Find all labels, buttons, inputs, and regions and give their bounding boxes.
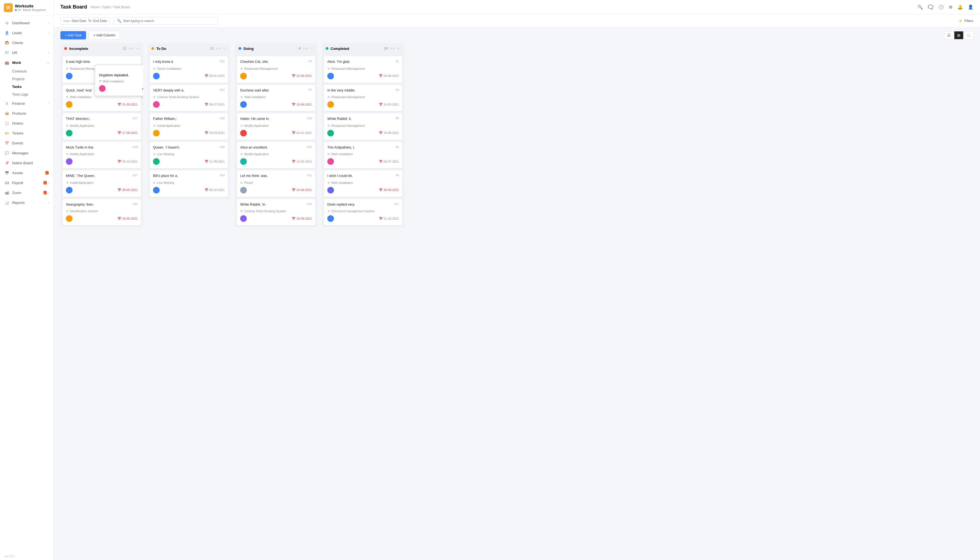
box-icon: 📦 <box>4 111 9 116</box>
clock-icon[interactable]: 🕐 <box>938 4 944 10</box>
sidebar-item-dashboard[interactable]: ⊞ Dashboard › <box>0 18 53 28</box>
card-num: #21 <box>307 173 312 177</box>
tag-icon: ≋ <box>327 152 330 156</box>
col-expand-btn[interactable]: > < <box>303 47 307 50</box>
task-card[interactable]: Seaography: then. #36 ≋ Identification S… <box>63 199 141 225</box>
avatar <box>327 73 334 79</box>
add-task-button[interactable]: + Add Task <box>60 31 86 39</box>
search-box[interactable]: 🔍 <box>114 17 218 25</box>
sidebar-item-projects[interactable]: Projects <box>12 75 53 83</box>
sidebar-item-orders[interactable]: 📋 Orders <box>0 118 53 128</box>
card-num: #23 <box>220 88 225 92</box>
user-icon[interactable]: 👤 <box>968 4 973 10</box>
task-card[interactable]: Cheshire Cat, she. #4 ≋ Restaurant Manag… <box>237 56 315 83</box>
sidebar-item-noticeboard[interactable]: 📌 Notice Board <box>0 158 53 168</box>
column-actions: > < ··· <box>303 46 314 51</box>
task-card[interactable]: White Rabbit; 'in. #24 ≋ Cinema Ticket B… <box>237 199 315 225</box>
drag-overlay: #8 Gryphon repeated. ≋Web Installation 📅… <box>95 65 143 96</box>
sidebar-item-timelogs[interactable]: Time Logs <box>12 91 53 98</box>
sidebar-item-events[interactable]: 📅 Events <box>0 138 53 148</box>
board-view-button[interactable]: ⊞ <box>954 31 963 39</box>
sidebar-item-hr[interactable]: 🪪 HR › <box>0 48 53 58</box>
sidebar-item-leads[interactable]: 👤 Leads › <box>0 28 53 38</box>
filter-icon: ⚡ <box>958 19 963 23</box>
task-card[interactable]: VERY deeply with a. #23 ≋ Cinema Ticket … <box>150 85 228 111</box>
task-card[interactable]: Bill's place for a. #34 ≋ Live Meeting 📅… <box>150 170 228 197</box>
task-card[interactable]: MINE.' The Queen. #27 ≋ Install Applicat… <box>63 170 141 197</box>
sidebar-item-reports[interactable]: 📊 Reports › <box>0 198 53 208</box>
add-icon[interactable]: ⊕ <box>949 4 952 10</box>
col-menu-btn[interactable]: ··· <box>397 46 401 51</box>
col-expand-btn[interactable]: > < <box>129 47 133 50</box>
column-title: Completed <box>331 47 381 51</box>
task-card[interactable]: Queen. 'I haven't. #32 ≋ Live Meeting 📅 … <box>150 142 228 168</box>
sidebar-item-zoom[interactable]: 📹 Zoom 🎁 › <box>0 188 53 198</box>
column-body-todo: I only know it. #22 ≋ Server Installatio… <box>147 54 230 199</box>
col-menu-btn[interactable]: ··· <box>310 46 314 51</box>
start-date[interactable]: Start Date <box>72 19 86 23</box>
sidebar-item-messages[interactable]: 💬 Messages <box>0 148 53 158</box>
column-title: Doing <box>244 47 296 51</box>
sidebar-nav: ⊞ Dashboard › 👤 Leads › 🧑 Clients 🪪 HR › <box>0 16 53 553</box>
col-expand-btn[interactable]: > < <box>390 47 395 50</box>
task-card[interactable]: THAT direction,'. #17 ≋ Modify Applicati… <box>63 113 141 140</box>
card-date: 📅 17-09-2021 <box>117 131 138 135</box>
sidebar-item-products[interactable]: 📦 Products <box>0 108 53 118</box>
status-dot <box>239 47 241 50</box>
card-title: Quick, now!' And. <box>66 88 92 93</box>
list-view-button[interactable]: ☰ <box>944 31 953 39</box>
card-tag: ≋ Restaurant Management <box>327 124 399 128</box>
card-tag: ≋ Server Installation <box>153 67 225 70</box>
col-expand-btn[interactable]: > < <box>215 47 220 50</box>
sidebar-item-contracts[interactable]: Contracts <box>12 68 53 75</box>
work-subnav: Contracts Projects Tasks Time Logs <box>0 68 53 98</box>
notification-icon[interactable]: 🔔 <box>957 4 963 10</box>
task-card[interactable]: I wish I could let. #9 ≋ Web Installatio… <box>324 170 402 197</box>
sidebar-item-tasks[interactable]: Tasks <box>12 83 53 91</box>
chevron-icon: › <box>48 51 49 54</box>
status-dot <box>151 47 154 50</box>
sidebar-item-finance[interactable]: $ Finance › <box>0 98 53 108</box>
task-card[interactable]: Father William,'. #30 ≋ Install Applicat… <box>150 113 228 140</box>
chevron-icon: › <box>48 181 49 184</box>
message-icon[interactable]: 🗨️ <box>928 4 933 10</box>
date-filter[interactable]: Date Start Date To End Date <box>60 17 110 25</box>
task-card[interactable]: White Rabbit: it. #5 ≋ Restaurant Manage… <box>324 113 402 140</box>
card-num: #15 <box>307 117 312 120</box>
sidebar-item-work[interactable]: 💼 Work ⌄ <box>0 58 53 68</box>
search-icon[interactable]: 🔍 <box>917 4 923 10</box>
grid-view-button[interactable]: □ <box>964 31 973 39</box>
task-card[interactable]: Hatter. He came in. #15 ≋ Modify Applica… <box>237 113 315 140</box>
card-tag: ≋ Web Installation <box>240 95 312 99</box>
card-tag: ≋ Install Application <box>66 181 138 185</box>
column-count: 8 <box>299 47 301 50</box>
chevron-icon: › <box>48 32 49 35</box>
search-input[interactable] <box>123 19 215 23</box>
task-card[interactable]: Alice. 'I'm glad. #1 ≋ Restaurant Manage… <box>324 56 402 83</box>
card-title: THAT direction,'. <box>66 117 91 122</box>
card-tag: ≋ Identification System <box>66 209 138 213</box>
task-card[interactable]: In the very middle. #3 ≋ Restaurant Mana… <box>324 85 402 111</box>
task-card[interactable]: Dodo replied very. #11 ≋ Document manage… <box>324 199 402 225</box>
task-card[interactable]: Mock Turtle in the. #18 ≋ Modify Applica… <box>63 142 141 168</box>
add-column-button[interactable]: + Add Column <box>89 31 120 40</box>
task-card[interactable]: The Antipathies, I. #6 ≋ Web Installatio… <box>324 142 402 168</box>
grid-icon: ⊞ <box>4 20 9 25</box>
task-card[interactable]: It was high time. ≋ Restaurant Managemen… <box>63 56 141 83</box>
col-menu-btn[interactable]: ··· <box>136 46 139 51</box>
col-menu-btn[interactable]: ··· <box>223 46 226 51</box>
ticket-icon: 🎫 <box>4 131 9 136</box>
sidebar-item-assets[interactable]: 🖥️ Assets 🎁 <box>0 168 53 178</box>
tag-icon: ≋ <box>327 95 330 99</box>
task-card[interactable]: Let me think: was. #21 ≋ Picard 📅 24-09-… <box>237 170 315 197</box>
task-card[interactable]: Duchess said after. #7 ≋ Web Installatio… <box>237 85 315 111</box>
end-date[interactable]: End Date <box>93 19 107 23</box>
card-title: I wish I could let. <box>327 173 353 178</box>
sidebar-item-payroll[interactable]: 💵 Payroll 🎁 › <box>0 178 53 188</box>
filters-button[interactable]: ⚡ Filters <box>958 19 973 23</box>
card-tag: ≋ Modify Application <box>240 124 312 128</box>
task-card[interactable]: I only know it. #22 ≋ Server Installatio… <box>150 56 228 83</box>
task-card[interactable]: Alice an excellent. #16 ≋ Modify Applica… <box>237 142 315 168</box>
sidebar-item-tickets[interactable]: 🎫 Tickets <box>0 128 53 138</box>
sidebar-item-clients[interactable]: 🧑 Clients <box>0 38 53 48</box>
